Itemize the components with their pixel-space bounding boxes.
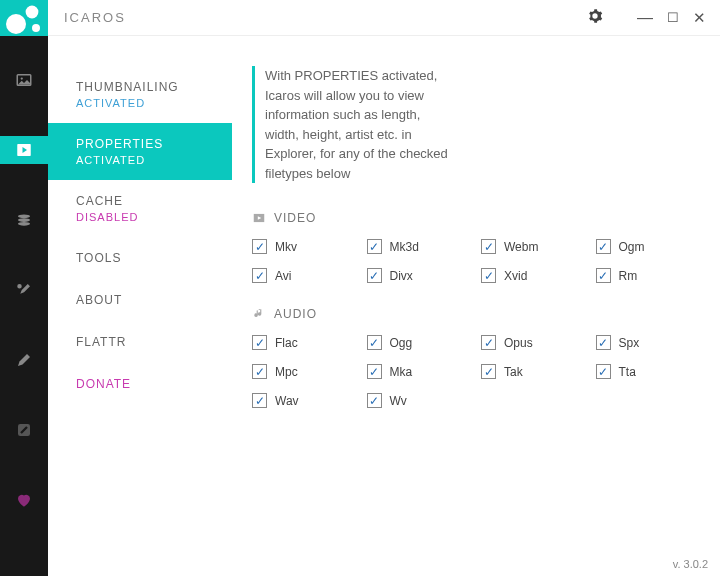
nav-donate[interactable]: DONATE (48, 363, 232, 405)
close-button[interactable]: ✕ (693, 9, 706, 27)
check-icon: ✓ (252, 364, 267, 379)
rail-thumbnailing[interactable] (0, 66, 48, 94)
check-icon: ✓ (481, 364, 496, 379)
nav-thumbnailing[interactable]: THUMBNAILING ACTIVATED (48, 66, 232, 123)
nav-label: THUMBNAILING (76, 80, 179, 94)
nav-label: TOOLS (76, 251, 121, 265)
svg-point-0 (6, 14, 26, 34)
checkbox-mk3d[interactable]: ✓Mk3d (367, 239, 472, 254)
checkbox-opus[interactable]: ✓Opus (481, 335, 586, 350)
version-text: v. 3.0.2 (673, 558, 708, 570)
checkbox-label: Mka (390, 365, 413, 379)
video-grid: ✓Mkv✓Mk3d✓Webm✓Ogm✓Avi✓Divx✓Xvid✓Rm (252, 239, 700, 283)
rail-about[interactable] (0, 346, 48, 374)
app-logo (0, 0, 48, 36)
nav-status: ACTIVATED (76, 97, 232, 109)
checkbox-label: Tak (504, 365, 523, 379)
checkbox-webm[interactable]: ✓Webm (481, 239, 586, 254)
nav-cache[interactable]: CACHE DISABLED (48, 180, 232, 237)
check-icon: ✓ (481, 268, 496, 283)
checkbox-wv[interactable]: ✓Wv (367, 393, 472, 408)
audio-icon (252, 307, 266, 321)
pen-icon (15, 351, 33, 369)
check-icon: ✓ (596, 364, 611, 379)
check-icon: ✓ (596, 239, 611, 254)
nav-about[interactable]: ABOUT (48, 279, 232, 321)
checkbox-label: Webm (504, 240, 538, 254)
rail-tools[interactable] (0, 276, 48, 304)
checkbox-flac[interactable]: ✓Flac (252, 335, 357, 350)
checkbox-label: Divx (390, 269, 413, 283)
checkbox-label: Flac (275, 336, 298, 350)
svg-point-2 (32, 24, 40, 32)
maximize-button[interactable]: ☐ (667, 10, 679, 25)
checkbox-mkv[interactable]: ✓Mkv (252, 239, 357, 254)
check-icon: ✓ (367, 393, 382, 408)
nav-tools[interactable]: TOOLS (48, 237, 232, 279)
settings-button[interactable] (587, 8, 603, 27)
checkbox-label: Mpc (275, 365, 298, 379)
svg-point-8 (18, 222, 30, 226)
checkbox-label: Rm (619, 269, 638, 283)
checkbox-ogm[interactable]: ✓Ogm (596, 239, 701, 254)
checkbox-label: Wv (390, 394, 407, 408)
nav-label: PROPERTIES (76, 137, 163, 151)
checkbox-spx[interactable]: ✓Spx (596, 335, 701, 350)
checkbox-label: Spx (619, 336, 640, 350)
minimize-button[interactable]: — (637, 9, 653, 27)
svg-point-7 (18, 218, 30, 222)
svg-point-4 (21, 77, 23, 79)
checkbox-xvid[interactable]: ✓Xvid (481, 268, 586, 283)
checkbox-label: Opus (504, 336, 533, 350)
tools-icon (15, 281, 33, 299)
nav-label: CACHE (76, 194, 123, 208)
checkbox-label: Mk3d (390, 240, 419, 254)
section-audio-head: AUDIO (252, 307, 700, 321)
checkbox-wav[interactable]: ✓Wav (252, 393, 357, 408)
checkbox-label: Wav (275, 394, 299, 408)
titlebar: ICAROS — ☐ ✕ (0, 0, 720, 36)
nav-flattr[interactable]: FLATTR (48, 321, 232, 363)
check-icon: ✓ (367, 335, 382, 350)
play-icon (15, 141, 33, 159)
nav-properties[interactable]: PROPERTIES ACTIVATED (48, 123, 232, 180)
checkbox-rm[interactable]: ✓Rm (596, 268, 701, 283)
checkbox-avi[interactable]: ✓Avi (252, 268, 357, 283)
app-title: ICAROS (64, 10, 587, 25)
svg-point-1 (26, 5, 39, 18)
icon-rail (0, 36, 48, 576)
gear-icon (587, 8, 603, 24)
svg-point-6 (18, 214, 30, 218)
check-icon: ✓ (367, 364, 382, 379)
heart-icon (15, 491, 33, 509)
checkbox-mpc[interactable]: ✓Mpc (252, 364, 357, 379)
audio-grid: ✓Flac✓Ogg✓Opus✓Spx✓Mpc✓Mka✓Tak✓Tta✓Wav✓W… (252, 335, 700, 408)
checkbox-label: Tta (619, 365, 636, 379)
checkbox-tak[interactable]: ✓Tak (481, 364, 586, 379)
checkbox-tta[interactable]: ✓Tta (596, 364, 701, 379)
rail-properties[interactable] (0, 136, 48, 164)
rail-donate[interactable] (0, 486, 48, 514)
nav-label: ABOUT (76, 293, 122, 307)
check-icon: ✓ (252, 239, 267, 254)
checkbox-label: Mkv (275, 240, 297, 254)
section-title: VIDEO (274, 211, 316, 225)
section-title: AUDIO (274, 307, 317, 321)
checkbox-divx[interactable]: ✓Divx (367, 268, 472, 283)
checkbox-label: Ogg (390, 336, 413, 350)
rail-flattr[interactable] (0, 416, 48, 444)
nav-status: DISABLED (76, 211, 232, 223)
flattr-icon (15, 421, 33, 439)
rail-cache[interactable] (0, 206, 48, 234)
checkbox-ogg[interactable]: ✓Ogg (367, 335, 472, 350)
checkbox-mka[interactable]: ✓Mka (367, 364, 472, 379)
accent-bar (252, 66, 255, 183)
check-icon: ✓ (596, 335, 611, 350)
section-video-head: VIDEO (252, 211, 700, 225)
image-icon (15, 71, 33, 89)
description-text: With PROPERTIES activated, Icaros will a… (265, 66, 455, 183)
check-icon: ✓ (252, 335, 267, 350)
video-icon (252, 211, 266, 225)
sidebar-nav: THUMBNAILING ACTIVATED PROPERTIES ACTIVA… (48, 36, 232, 576)
check-icon: ✓ (481, 335, 496, 350)
